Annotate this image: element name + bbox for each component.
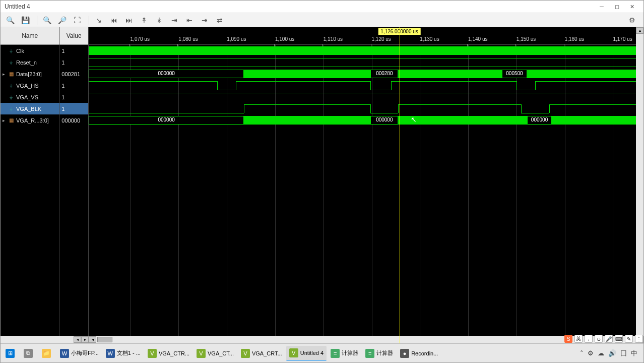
minimize-button[interactable]: ─ [594, 2, 609, 12]
signal-value[interactable]: 1 [59, 80, 88, 91]
marker-next-button[interactable]: ⇥ [198, 15, 211, 26]
panel-hscroll[interactable]: ◂ ▸ [1, 336, 89, 343]
wave-row[interactable] [89, 45, 643, 56]
signal-value[interactable]: 000281 [59, 68, 88, 80]
signal-value[interactable]: 1 [59, 45, 88, 56]
wave-scroll-left-button[interactable]: ◂ [89, 336, 96, 343]
step-down-icon: ↡ [156, 16, 162, 24]
ime-overlay: S 英 ， ☺ 🎤 ⌨ ✎ ⋮ [564, 335, 643, 343]
wave-scroll-thumb[interactable] [97, 337, 112, 342]
ruler-tick: 1,080 us [178, 36, 198, 42]
signal-value[interactable]: 1 [59, 56, 88, 68]
signal-row-vgar30[interactable]: ▸▦VGA_R...3:0] [1, 114, 59, 126]
taskbar-item[interactable]: =计算器 [362, 346, 396, 361]
search-button[interactable]: 🔍 [4, 15, 17, 26]
signal-row-vgavs[interactable]: ⏚VGA_VS [1, 91, 59, 103]
marker-prev-button[interactable]: ⇤ [183, 15, 196, 26]
expand-icon[interactable]: ▸ [3, 72, 8, 77]
save-button[interactable]: 💾 [19, 15, 32, 26]
marker-next-icon: ⇥ [202, 16, 208, 24]
signal-row-clk[interactable]: ⏚Clk [1, 45, 59, 56]
cursor-line[interactable] [400, 27, 400, 343]
settings-button[interactable]: ⚙ [625, 15, 638, 26]
scroll-right-button[interactable]: ▸ [81, 336, 89, 343]
waveform-rows[interactable]: 000000000280000500000000000000000000 [89, 45, 643, 336]
tray-cloud-icon[interactable]: ☁ [598, 349, 604, 357]
expand-icon[interactable]: ▸ [3, 118, 8, 123]
taskbar-item[interactable]: VVGA_CTR... [145, 346, 192, 361]
vertical-scrollbar[interactable]: ▴ ▾ [636, 27, 643, 343]
signal-row-vgablk[interactable]: ⏚VGA_BLK [1, 103, 59, 114]
scroll-up-button[interactable]: ▴ [636, 27, 643, 34]
separator [89, 16, 89, 25]
ime-btn-4[interactable]: ☺ [595, 335, 603, 343]
taskbar-item[interactable]: ●Recordin... [397, 346, 441, 361]
ime-btn-1[interactable]: S [564, 335, 572, 343]
taskbar-item[interactable]: W小梅哥FP... [57, 346, 102, 361]
signal-type-icon: ⏚ [8, 48, 15, 54]
bus-value-label: 000000 [370, 117, 398, 123]
wave-row[interactable]: 000000000280000500 [89, 68, 643, 80]
taskbar-item-label: 小梅哥FP... [71, 349, 99, 357]
ime-btn-3[interactable]: ， [585, 335, 593, 343]
taskbar-item[interactable]: VUntitled 4 [286, 346, 327, 361]
signal-row-vgahs[interactable]: ⏚VGA_HS [1, 80, 59, 91]
separator [37, 16, 37, 25]
ruler-tick: 1,110 us [324, 36, 343, 42]
ime-btn-5[interactable]: 🎤 [605, 335, 613, 343]
taskbar-item[interactable]: VVGA_CT... [194, 346, 237, 361]
ime-btn-8[interactable]: ⋮ [635, 335, 643, 343]
prev-icon: ⏮ [110, 16, 117, 24]
swap-button[interactable]: ⇄ [213, 15, 226, 26]
maximize-button[interactable]: ◻ [609, 2, 624, 12]
time-ruler[interactable]: 1,126.000000 us 1,070 us1,080 us1,090 us… [89, 27, 643, 45]
zoom-out-button[interactable]: 🔎 [55, 15, 69, 26]
taskbar-item[interactable]: =计算器 [328, 346, 361, 361]
name-column-header[interactable]: Name [1, 27, 59, 45]
value-column-header[interactable]: Value [59, 27, 88, 45]
signal-type-icon: ⏚ [8, 83, 15, 89]
wave-row[interactable] [89, 103, 643, 114]
waveform-area[interactable]: 1,126.000000 us 1,070 us1,080 us1,090 us… [89, 27, 643, 343]
goto-cursor-button[interactable]: ↘ [92, 15, 105, 26]
taskbar-item[interactable]: ⧉ [21, 346, 38, 361]
zoom-in-icon: 🔍 [43, 16, 51, 24]
signal-type-icon: ▦ [8, 117, 15, 124]
wave-row[interactable] [89, 56, 643, 68]
prev-transition-button[interactable]: ⏮ [107, 15, 120, 26]
signal-name-label: VGA_VS [16, 94, 38, 100]
next-transition-button[interactable]: ⏭ [122, 15, 136, 26]
step-up-button[interactable]: ↟ [138, 15, 151, 26]
signal-row-data230[interactable]: ▸▦Data[23:0] [1, 68, 59, 80]
tray-ime-icon[interactable]: 囗 [620, 349, 627, 358]
signal-value[interactable]: 1 [59, 91, 88, 103]
taskbar-item[interactable]: 📁 [39, 346, 56, 361]
ruler-tick: 1,160 us [565, 36, 584, 42]
tray-lang-icon[interactable]: 中 [631, 349, 637, 358]
taskbar-item-label: VGA_CRT... [252, 350, 282, 356]
taskbar-item[interactable]: W文档1 - ... [103, 346, 144, 361]
add-marker-button[interactable]: ⇥ [168, 15, 181, 26]
zoom-fit-button[interactable]: ⛶ [71, 15, 84, 26]
signal-row-resetn[interactable]: ⏚Reset_n [1, 56, 59, 68]
close-button[interactable]: ✕ [624, 2, 639, 12]
window-title: Untitled 4 [5, 3, 594, 10]
signal-value[interactable]: 1 [59, 103, 88, 114]
signal-value[interactable]: 000000 [59, 114, 88, 126]
zoom-in-button[interactable]: 🔍 [40, 15, 53, 26]
taskbar-item[interactable]: VVGA_CRT... [238, 346, 285, 361]
step-down-button[interactable]: ↡ [153, 15, 166, 26]
bus-value-label: 000000 [527, 117, 552, 123]
wave-row[interactable] [89, 80, 643, 91]
ime-btn-6[interactable]: ⌨ [615, 335, 623, 343]
tray-volume-icon[interactable]: 🔊 [608, 349, 616, 357]
wave-hscroll[interactable]: ◂ ▸ [89, 336, 643, 343]
wave-row[interactable] [89, 91, 643, 103]
ime-btn-2[interactable]: 英 [574, 335, 583, 343]
taskbar-item[interactable]: ⊞ [3, 346, 20, 361]
wave-row[interactable]: 000000000000000000 [89, 114, 643, 126]
tray-expand-icon[interactable]: ˄ [580, 349, 584, 357]
ime-btn-7[interactable]: ✎ [625, 335, 633, 343]
scroll-left-button[interactable]: ◂ [74, 336, 81, 343]
tray-settings-icon[interactable]: ⚙ [588, 349, 594, 357]
